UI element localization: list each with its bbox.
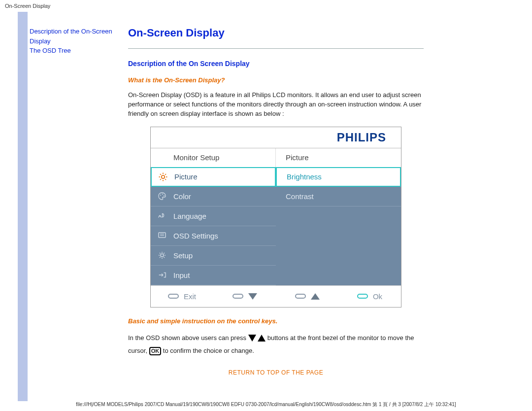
svg-point-9 [160, 195, 161, 196]
inline-triangle-down-icon [248, 335, 256, 342]
osd-exit-button[interactable]: Exit [151, 292, 213, 301]
instr-text-1: In the OSD shown above users can press [128, 334, 246, 342]
svg-point-0 [162, 175, 165, 178]
button-pill-icon [233, 294, 243, 299]
osd-ok-label: Ok [373, 292, 382, 301]
svg-line-5 [160, 174, 161, 175]
osd-down-button[interactable] [213, 293, 276, 300]
osd-settings-icon [158, 231, 166, 240]
sub-item-brightness[interactable]: Brightness [276, 167, 401, 187]
menu-item-label: OSD Settings [173, 232, 218, 240]
menu-item-label: Setup [173, 251, 193, 260]
svg-line-6 [165, 179, 166, 180]
return-to-top-link[interactable]: RETURN TO TOP OF THE PAGE [128, 369, 424, 376]
inline-ok-icon: OK [149, 347, 162, 355]
brightness-icon [159, 172, 167, 181]
svg-line-8 [165, 174, 166, 175]
footer-file-path: file:///H|/OEM MODELS/Philips 2007/CD Ma… [0, 401, 532, 408]
sub-item-blank [276, 226, 401, 246]
osd-left-header: Monitor Setup [151, 148, 276, 167]
svg-point-11 [164, 195, 165, 196]
page-title: On-Screen Display [128, 27, 424, 39]
philips-logo: PHILIPS [337, 131, 386, 144]
sidebar: Description of the On-Screen Display The… [30, 27, 128, 376]
divider [128, 48, 424, 49]
osd-exit-label: Exit [184, 292, 196, 301]
inline-triangle-up-icon [258, 335, 266, 342]
language-icon [158, 211, 166, 220]
button-pill-icon [295, 294, 306, 299]
menu-item-language[interactable]: Language [151, 206, 276, 226]
section-heading: Description of the On Screen Display [128, 60, 424, 68]
sub-item-blank [276, 266, 401, 285]
sub-item-blank [276, 246, 401, 266]
instructions-heading: Basic and simple instruction on the cont… [128, 317, 424, 325]
sub-item-blank [276, 206, 401, 226]
button-pill-icon [357, 294, 368, 299]
setup-icon [158, 251, 166, 260]
instr-text-3: to confirm the choice or change. [163, 347, 254, 354]
sub-item-contrast[interactable]: Contrast [276, 187, 401, 206]
menu-item-label: Picture [174, 172, 198, 181]
left-decorative-stripe [18, 12, 28, 401]
input-icon [158, 271, 166, 279]
osd-main-menu: Picture Color Language [151, 167, 276, 285]
sidebar-link-description[interactable]: Description of the On-Screen Display [30, 27, 119, 46]
svg-rect-12 [159, 233, 166, 238]
sidebar-link-osd-tree[interactable]: The OSD Tree [30, 46, 119, 56]
page-header: On-Screen Display [0, 0, 532, 12]
menu-item-label: Input [173, 271, 190, 279]
instruction-paragraph: In the OSD shown above users can press b… [128, 332, 424, 357]
osd-footer: Exit Ok [151, 285, 401, 307]
triangle-down-icon [248, 293, 257, 300]
button-pill-icon [168, 294, 179, 299]
triangle-up-icon [311, 293, 320, 300]
intro-paragraph: On-Screen Display (OSD) is a feature in … [128, 91, 424, 119]
menu-item-osd-settings[interactable]: OSD Settings [151, 226, 276, 246]
question-heading: What is the On-Screen Display? [128, 76, 424, 84]
svg-line-7 [160, 179, 161, 180]
svg-point-10 [162, 194, 163, 195]
osd-preview: PHILIPS Monitor Setup Picture Picture [150, 127, 401, 308]
osd-right-header: Picture [276, 148, 401, 167]
osd-up-button[interactable] [276, 293, 338, 300]
color-icon [158, 192, 166, 201]
menu-item-label: Color [173, 192, 191, 201]
menu-item-input[interactable]: Input [151, 266, 276, 285]
osd-ok-button[interactable]: Ok [338, 292, 401, 301]
menu-item-setup[interactable]: Setup [151, 246, 276, 266]
menu-item-label: Language [173, 212, 206, 220]
menu-item-color[interactable]: Color [151, 187, 276, 206]
osd-sub-menu: Brightness Contrast [276, 167, 401, 285]
svg-point-15 [161, 254, 164, 257]
menu-item-picture[interactable]: Picture [151, 167, 276, 187]
